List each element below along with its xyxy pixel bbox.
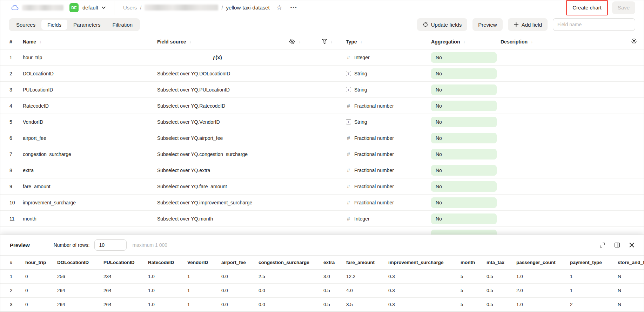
col-header-aggregation[interactable]: Aggregation↓ (431, 39, 501, 45)
field-type-cell[interactable]: TString (346, 87, 431, 93)
preview-col-header: congestion_surcharge (259, 256, 323, 270)
preview-button[interactable]: Preview (472, 18, 502, 31)
field-name-cell[interactable]: month (23, 216, 157, 222)
field-name-search-input[interactable] (553, 18, 635, 31)
favorite-star-icon[interactable]: ☆ (276, 4, 282, 12)
update-fields-button[interactable]: Update fields (417, 18, 468, 31)
dataset-editor-window: DE default Users / / yellow-taxi-dataset… (0, 0, 644, 312)
row-number: 2 (9, 71, 23, 76)
field-name-cell[interactable]: VendorID (23, 119, 157, 125)
preview-cell: 0.3 (388, 298, 461, 312)
col-header-name[interactable]: Name↓ (23, 39, 157, 45)
preview-controls: Preview Number of rows: maximum 1 000 (0, 235, 644, 255)
field-type-cell[interactable]: TString (346, 71, 431, 76)
field-type-cell[interactable]: #Integer (346, 216, 431, 222)
field-source-cell: Subselect over YQ.month (157, 216, 285, 222)
col-header-num: # (9, 39, 23, 45)
preview-cell: N (618, 298, 644, 312)
table-row: 7 congestion_surcharge Subselect over YQ… (0, 146, 644, 162)
preview-cell: 2.0 (516, 284, 570, 298)
col-header-type[interactable]: Type↓ (346, 39, 431, 45)
breadcrumb-users[interactable]: Users (123, 5, 137, 11)
env-name[interactable]: default (82, 5, 98, 11)
field-type-cell[interactable]: #Fractional number (346, 183, 431, 189)
save-button[interactable]: Save (612, 1, 635, 14)
aggregation-cell[interactable]: No (431, 149, 501, 160)
cloud-logo-icon (11, 5, 19, 11)
sort-arrow-icon: ↓ (463, 39, 465, 44)
field-name-cell[interactable]: RatecodeID (23, 103, 157, 109)
close-preview-icon[interactable] (629, 242, 635, 248)
preview-cell: 264 (57, 284, 103, 298)
preview-cell: 1.0 (148, 270, 187, 284)
more-actions-icon[interactable]: ••• (290, 5, 297, 10)
field-name-cell[interactable]: hour_trip (23, 55, 157, 60)
tab-parameters[interactable]: Parameters (67, 20, 107, 30)
number-type-icon: # (346, 199, 351, 205)
aggregation-cell[interactable]: No (431, 101, 501, 111)
field-name-cell[interactable]: improvement_surcharge (23, 200, 157, 205)
field-type-cell[interactable]: #Fractional number (346, 167, 431, 173)
plus-icon (514, 22, 519, 27)
field-name-cell[interactable]: extra (23, 168, 157, 173)
preview-col-header: # (0, 256, 25, 270)
tab-sources[interactable]: Sources (10, 20, 41, 30)
field-name-cell[interactable]: airport_fee (23, 135, 157, 141)
chevron-down-icon[interactable] (101, 6, 106, 9)
aggregation-cell[interactable]: No (431, 213, 501, 224)
table-row: 5 VendorID Subselect over YQ.VendorID TS… (0, 114, 644, 130)
aggregation-cell[interactable]: No (431, 165, 501, 176)
add-field-button[interactable]: Add field (508, 18, 548, 31)
table-settings-gear-icon[interactable] (631, 38, 637, 45)
field-source-cell: Subselect over YQ.DOLocationID (157, 71, 285, 76)
field-source-cell: Subselect over YQ.VendorID (157, 119, 285, 125)
tab-filtration[interactable]: Filtration (107, 20, 139, 30)
col-header-description[interactable]: Description↓ (501, 39, 622, 45)
preview-cell: 0.5 (487, 298, 516, 312)
field-name-cell[interactable]: congestion_surcharge (23, 151, 157, 157)
field-name-cell[interactable]: fare_amount (23, 184, 157, 189)
toolbar: Sources Fields Parameters Filtration Upd… (0, 15, 644, 34)
preview-cell: 264 (103, 284, 148, 298)
divider (114, 1, 114, 15)
tab-fields[interactable]: Fields (41, 20, 67, 30)
aggregation-cell[interactable]: No (431, 117, 501, 127)
preview-title: Preview (10, 242, 30, 248)
col-header-hidden[interactable]: ↓ (285, 38, 318, 45)
col-header-filter[interactable]: ↓ (318, 39, 346, 45)
field-source-cell: Subselect over YQ.fare_amount (157, 184, 285, 189)
string-type-icon: T (346, 87, 351, 92)
field-name-cell[interactable]: DOLocationID (23, 71, 157, 76)
env-badge[interactable]: DE (69, 3, 79, 12)
aggregation-pill: No (431, 181, 497, 192)
field-type-cell[interactable]: #Fractional number (346, 103, 431, 109)
preview-cell: N (618, 270, 644, 284)
expand-preview-icon[interactable] (599, 242, 605, 248)
number-type-icon: # (346, 103, 351, 109)
preview-cell: 0.0 (259, 298, 323, 312)
field-type-cell[interactable]: #Fractional number (346, 135, 431, 141)
field-source-cell: Subselect over YQ.RatecodeID (157, 103, 285, 109)
preview-cell: 5 (461, 298, 487, 312)
preview-cell: 1 (0, 270, 25, 284)
field-name-cell[interactable]: PULocationID (23, 87, 157, 93)
field-type-cell[interactable]: TString (346, 119, 431, 125)
number-type-icon: # (346, 167, 351, 173)
field-type-cell[interactable]: #Integer (346, 54, 431, 60)
preview-col-header: extra (323, 256, 346, 270)
preview-cell: 0 (25, 270, 57, 284)
col-header-source[interactable]: Field source↓ (157, 39, 285, 45)
split-view-icon[interactable] (614, 242, 620, 248)
row-number: 3 (9, 87, 23, 93)
aggregation-cell[interactable]: No (431, 52, 501, 63)
aggregation-cell[interactable]: No (431, 133, 501, 143)
create-chart-button[interactable]: Create chart (568, 1, 606, 14)
field-type-cell[interactable]: #Fractional number (346, 151, 431, 157)
preview-cell: 5 (461, 284, 487, 298)
aggregation-cell[interactable]: No (431, 181, 501, 192)
aggregation-cell[interactable]: No (431, 84, 501, 95)
rows-count-input[interactable] (94, 239, 127, 251)
field-type-cell[interactable]: #Fractional number (346, 199, 431, 205)
aggregation-cell[interactable]: No (431, 197, 501, 208)
aggregation-cell[interactable]: No (431, 68, 501, 79)
